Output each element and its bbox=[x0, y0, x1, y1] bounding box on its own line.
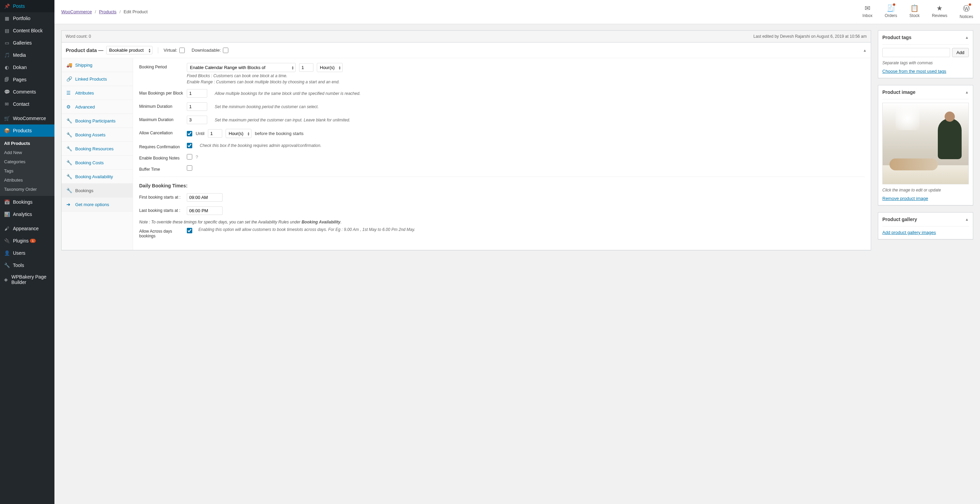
woo-icon: 🛒 bbox=[3, 115, 10, 122]
across-checkbox[interactable] bbox=[187, 228, 192, 233]
link-icon: 🔗 bbox=[66, 76, 73, 82]
menu-galleries[interactable]: ▭Galleries bbox=[0, 37, 54, 49]
booking-period-number[interactable] bbox=[299, 63, 313, 72]
cancel-checkbox[interactable] bbox=[187, 131, 192, 136]
menu-users[interactable]: 👤Users bbox=[0, 247, 54, 259]
tab-bookings[interactable]: 🔧Bookings bbox=[62, 184, 133, 198]
notes-checkbox[interactable] bbox=[187, 154, 192, 160]
inbox-icon: ✉ bbox=[865, 4, 870, 12]
menu-contentblock[interactable]: ▤Content Block bbox=[0, 24, 54, 37]
image-toggle[interactable]: ▲ bbox=[965, 90, 969, 94]
booking-period-select[interactable]: Enable Calendar Range with Blocks of bbox=[187, 63, 296, 72]
first-booking-input[interactable] bbox=[187, 193, 223, 202]
max-bookings-label: Max Bookings per Block bbox=[139, 89, 187, 95]
menu-bookings[interactable]: 📅Bookings bbox=[0, 196, 54, 208]
booking-period-label: Booking Period bbox=[139, 63, 187, 70]
tab-shipping[interactable]: 🚚Shipping bbox=[62, 58, 133, 72]
topicon-notices[interactable]: ⓌNotices bbox=[959, 4, 973, 19]
portfolio-icon: ▦ bbox=[3, 15, 10, 22]
booking-period-unit[interactable]: Hour(s) bbox=[317, 63, 343, 72]
tags-hint: Separate tags with commas bbox=[882, 60, 969, 65]
menu-tools[interactable]: 🔧Tools bbox=[0, 259, 54, 271]
menu-plugins[interactable]: 🔌Plugins1 bbox=[0, 235, 54, 247]
confirm-label: Requires Confirmation bbox=[139, 143, 187, 149]
tab-linked[interactable]: 🔗Linked Products bbox=[62, 72, 133, 86]
max-duration-label: Maximum Duration bbox=[139, 116, 187, 122]
tab-costs[interactable]: 🔧Booking Costs bbox=[62, 156, 133, 170]
remove-image-link[interactable]: Remove product image bbox=[882, 196, 928, 201]
topbar: WooCommerce / Products / Edit Product ✉I… bbox=[54, 0, 980, 24]
media-icon: 🎵 bbox=[3, 52, 10, 59]
menu-media[interactable]: 🎵Media bbox=[0, 49, 54, 61]
max-bookings-input[interactable] bbox=[187, 89, 207, 98]
virtual-checkbox[interactable] bbox=[179, 48, 185, 53]
menu-pages[interactable]: 🗐Pages bbox=[0, 73, 54, 86]
plug-icon: 🔌 bbox=[3, 238, 10, 244]
breadcrumb-products[interactable]: Products bbox=[99, 9, 116, 14]
product-type-select[interactable]: Bookable product bbox=[106, 46, 153, 54]
tag-input[interactable] bbox=[882, 48, 950, 57]
tab-attributes[interactable]: ☰Attributes bbox=[62, 86, 133, 100]
submenu-taxonomy[interactable]: Taxonomy Order bbox=[0, 185, 54, 194]
submenu-attributes[interactable]: Attributes bbox=[0, 176, 54, 185]
buffer-checkbox[interactable] bbox=[187, 165, 192, 171]
menu-analytics[interactable]: 📊Analytics bbox=[0, 208, 54, 220]
topicon-orders[interactable]: 🧾Orders bbox=[885, 4, 897, 19]
collapse-toggle[interactable]: ▲ bbox=[863, 48, 867, 52]
add-gallery-link[interactable]: Add product gallery images bbox=[882, 230, 936, 235]
gallery-toggle[interactable]: ▲ bbox=[965, 217, 969, 221]
pages-icon: 🗐 bbox=[3, 76, 10, 83]
submenu-tags[interactable]: Tags bbox=[0, 166, 54, 176]
wrench-icon: 🔧 bbox=[66, 188, 73, 193]
cancel-value-input[interactable] bbox=[208, 129, 222, 138]
wp-icon: Ⓦ bbox=[963, 4, 970, 13]
submenu-add-new[interactable]: Add New bbox=[0, 148, 54, 157]
max-bookings-desc: Allow multiple bookings for the same blo… bbox=[215, 91, 360, 96]
truck-icon: 🚚 bbox=[66, 62, 73, 68]
breadcrumb: WooCommerce / Products / Edit Product bbox=[61, 9, 148, 14]
tags-toggle[interactable]: ▲ bbox=[965, 35, 969, 40]
tab-availability[interactable]: 🔧Booking Availability bbox=[62, 170, 133, 184]
last-edited: Last edited by Devesh Rajarshi on August… bbox=[753, 34, 867, 39]
most-used-tags-link[interactable]: Choose from the most used tags bbox=[882, 69, 946, 74]
virtual-label: Virtual: bbox=[164, 48, 185, 53]
menu-posts[interactable]: 📌Posts bbox=[0, 0, 54, 12]
add-tag-button[interactable]: Add bbox=[952, 48, 969, 57]
tab-advanced[interactable]: ⚙Advanced bbox=[62, 100, 133, 114]
confirm-checkbox[interactable] bbox=[187, 143, 192, 148]
last-booking-input[interactable] bbox=[187, 206, 223, 215]
downloadable-checkbox[interactable] bbox=[223, 48, 228, 53]
menu-portfolio[interactable]: ▦Portfolio bbox=[0, 12, 54, 24]
cancel-after-label: before the booking starts bbox=[255, 131, 304, 136]
menu-woocommerce[interactable]: 🛒WooCommerce bbox=[0, 112, 54, 124]
topicon-reviews[interactable]: ★Reviews bbox=[932, 4, 947, 19]
product-data-box: Product data — Bookable product ▴▾ Virtu… bbox=[61, 42, 871, 250]
product-image-thumbnail[interactable] bbox=[882, 103, 969, 184]
cancel-unit-select[interactable]: Hour(s) bbox=[226, 129, 251, 138]
menu-comments[interactable]: 💬Comments bbox=[0, 86, 54, 98]
min-duration-input[interactable] bbox=[187, 102, 207, 111]
tab-participants[interactable]: 🔧Booking Participants bbox=[62, 114, 133, 128]
submenu-all-products[interactable]: All Products bbox=[0, 139, 54, 148]
wrench-icon: 🔧 bbox=[66, 132, 73, 137]
topicon-stock[interactable]: 📋Stock bbox=[910, 4, 920, 19]
menu-appearance[interactable]: 🖌Appearance bbox=[0, 222, 54, 235]
across-label: Allow Across days bookings bbox=[139, 227, 187, 238]
submenu-categories[interactable]: Categories bbox=[0, 157, 54, 166]
breadcrumb-woocommerce[interactable]: WooCommerce bbox=[61, 9, 92, 14]
topicon-inbox[interactable]: ✉Inbox bbox=[862, 4, 872, 19]
dokan-icon: ◐ bbox=[3, 64, 10, 71]
product-data-title: Product data — bbox=[66, 47, 103, 53]
menu-dokan[interactable]: ◐Dokan bbox=[0, 61, 54, 73]
menu-wpbakery[interactable]: ◈WPBakery Page Builder bbox=[0, 271, 54, 288]
tab-resources[interactable]: 🔧Booking Resources bbox=[62, 142, 133, 156]
menu-contact[interactable]: ✉Contact bbox=[0, 98, 54, 110]
gallery-title: Product gallery bbox=[882, 217, 917, 222]
menu-products[interactable]: 📦Products bbox=[0, 124, 54, 137]
confirm-desc: Check this box if the booking requires a… bbox=[200, 143, 321, 148]
tab-get-more[interactable]: ➜Get more options bbox=[62, 198, 133, 212]
max-duration-input[interactable] bbox=[187, 116, 207, 124]
help-icon[interactable]: ? bbox=[196, 154, 198, 160]
tab-assets[interactable]: 🔧Booking Assets bbox=[62, 128, 133, 142]
product-gallery-box: Product gallery ▲ Add product gallery im… bbox=[878, 212, 973, 239]
